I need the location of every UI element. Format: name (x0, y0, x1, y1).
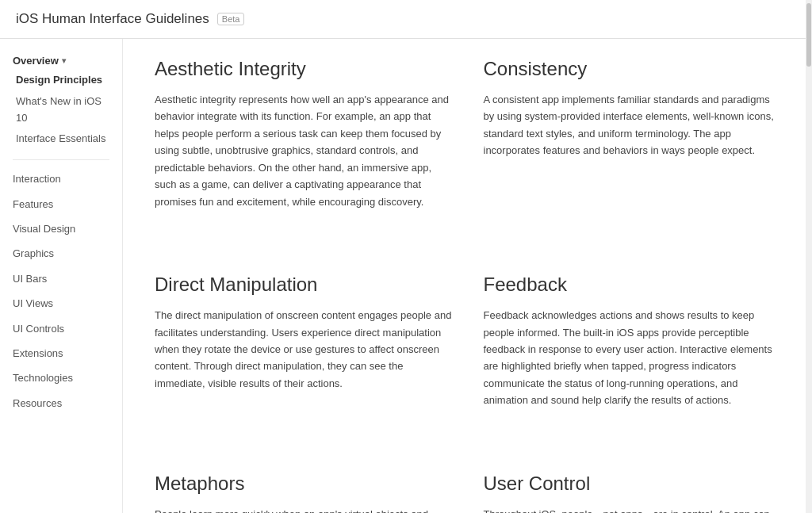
section-direct-manipulation: Direct Manipulation The direct manipulat… (155, 274, 452, 409)
header: iOS Human Interface Guidelines Beta (0, 0, 812, 39)
sidebar-item-label: UI Bars (13, 273, 47, 285)
sidebar-item-graphics[interactable]: Graphics (0, 241, 122, 266)
sidebar-item-label: Interface Essentials (16, 132, 105, 144)
content-area: Overview ▾ Design Principles What's New … (0, 39, 812, 513)
content-row-1: Aesthetic Integrity Aesthetic integrity … (155, 58, 780, 242)
sidebar-item-resources[interactable]: Resources (0, 391, 122, 415)
sidebar-item-label: Design Principles (16, 74, 102, 86)
section-title-feedback: Feedback (484, 274, 781, 296)
sidebar-item-whats-new[interactable]: What's New in iOS 10 (0, 91, 122, 129)
sidebar-item-label: Technologies (13, 372, 73, 384)
page-title: iOS Human Interface Guidelines (16, 11, 209, 27)
sidebar-item-label: Graphics (13, 247, 54, 259)
main-content: Aesthetic Integrity Aesthetic integrity … (123, 39, 812, 513)
section-title-direct-manipulation: Direct Manipulation (155, 274, 452, 296)
scrollbar[interactable] (806, 0, 812, 513)
sidebar-divider (13, 159, 109, 160)
section-title-metaphors: Metaphors (155, 473, 452, 495)
chevron-down-icon: ▾ (62, 56, 66, 65)
sidebar-item-label: Features (13, 198, 53, 210)
beta-badge: Beta (217, 13, 245, 25)
sidebar-overview[interactable]: Overview ▾ (0, 52, 122, 70)
section-feedback: Feedback Feedback acknowledges actions a… (484, 274, 781, 409)
sidebar-item-ui-controls[interactable]: UI Controls (0, 316, 122, 341)
sidebar: Overview ▾ Design Principles What's New … (0, 39, 123, 513)
content-row-2: Direct Manipulation The direct manipulat… (155, 274, 780, 441)
section-user-control: User Control Throughout iOS, people—not … (484, 473, 781, 513)
section-body-user-control: Throughout iOS, people—not apps—are in c… (484, 506, 781, 513)
sidebar-item-label: Extensions (13, 347, 63, 359)
sidebar-item-visual-design[interactable]: Visual Design (0, 216, 122, 241)
section-body-metaphors: People learn more quickly when an app's … (155, 506, 452, 513)
sidebar-item-label: Visual Design (13, 223, 75, 235)
sidebar-item-ui-bars[interactable]: UI Bars (0, 266, 122, 291)
content-row-3: Metaphors People learn more quickly when… (155, 473, 780, 513)
section-title-aesthetic-integrity: Aesthetic Integrity (155, 58, 452, 80)
section-body-consistency: A consistent app implements familiar sta… (484, 91, 781, 159)
section-title-user-control: User Control (484, 473, 781, 495)
section-consistency: Consistency A consistent app implements … (484, 58, 781, 210)
sidebar-item-extensions[interactable]: Extensions (0, 341, 122, 366)
scrollbar-thumb[interactable] (806, 3, 811, 67)
sidebar-overview-label: Overview (13, 55, 59, 67)
section-body-feedback: Feedback acknowledges actions and shows … (484, 307, 781, 409)
sidebar-item-features[interactable]: Features (0, 192, 122, 216)
sidebar-item-label: UI Views (13, 297, 53, 309)
sidebar-item-interaction[interactable]: Interaction (0, 167, 122, 191)
sidebar-item-ui-views[interactable]: UI Views (0, 291, 122, 316)
section-aesthetic-integrity: Aesthetic Integrity Aesthetic integrity … (155, 58, 452, 210)
section-metaphors: Metaphors People learn more quickly when… (155, 473, 452, 513)
section-title-consistency: Consistency (484, 58, 781, 80)
sidebar-item-design-principles[interactable]: Design Principles (0, 70, 122, 91)
sidebar-item-label: UI Controls (13, 323, 64, 335)
sidebar-item-label: Interaction (13, 173, 61, 185)
section-body-direct-manipulation: The direct manipulation of onscreen cont… (155, 307, 452, 392)
sidebar-item-label: Resources (13, 397, 62, 409)
sidebar-item-interface-essentials[interactable]: Interface Essentials (0, 128, 122, 150)
section-body-aesthetic-integrity: Aesthetic integrity represents how well … (155, 91, 452, 210)
sidebar-item-label: What's New in iOS 10 (16, 95, 102, 124)
sidebar-main-section: Interaction Features Visual Design Graph… (0, 167, 122, 415)
sidebar-item-technologies[interactable]: Technologies (0, 366, 122, 390)
